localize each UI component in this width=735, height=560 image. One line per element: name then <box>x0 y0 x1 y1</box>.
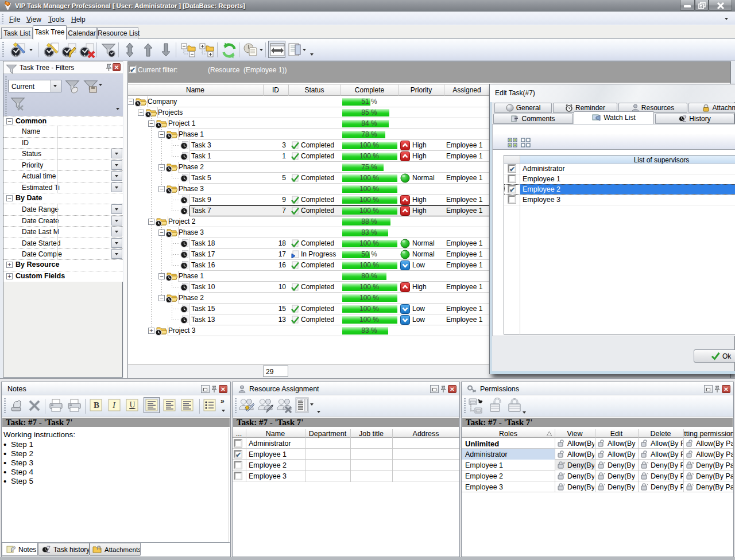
svg-text:B: B <box>94 400 99 410</box>
svg-text:I: I <box>112 400 116 410</box>
svg-text:U: U <box>130 400 136 409</box>
